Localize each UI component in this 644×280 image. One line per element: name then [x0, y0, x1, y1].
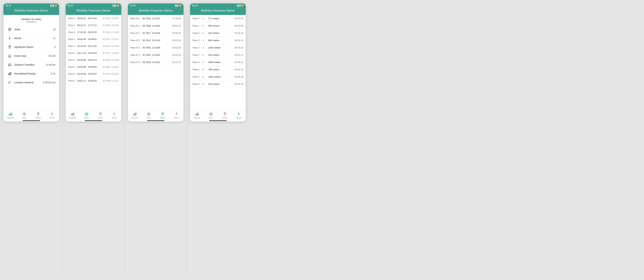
move-route: Place 2 → 4: [192, 54, 208, 56]
tab-places-3[interactable]: Places: [156, 112, 170, 119]
svg-point-12: [38, 113, 38, 114]
move-duration: 00:05:21: [234, 61, 243, 63]
places-value: 5: [54, 46, 56, 48]
stop-coords: 55.7812, 12.5135: [103, 45, 119, 47]
tab-moves-label-3: Moves: [174, 117, 179, 119]
stop-time: 18:28:35 - 18:30:56: [77, 66, 103, 68]
tab-features-3[interactable]: Features: [128, 112, 142, 119]
stop-place: Place 0: [68, 17, 77, 20]
tab-features-2[interactable]: Features: [66, 112, 80, 119]
tab-stops-1[interactable]: Stops: [18, 112, 31, 119]
place-coords: 55.7862, 12.5222: [142, 54, 172, 56]
tab-places-label-2: Places: [98, 117, 103, 119]
stop-time: 09:14:17 - 17:27:11: [77, 24, 103, 26]
svg-point-33: [224, 113, 225, 114]
places-content: Place ID 0 55.7818, 12.5237 11:30:29 Pla…: [128, 15, 184, 111]
svg-rect-23: [136, 113, 136, 115]
svg-rect-30: [198, 113, 198, 115]
move-distance: 444 meters: [208, 54, 234, 56]
list-item: Place 0 → 1 711 meters 00:03:35: [190, 15, 246, 22]
tab-places-label-4: Places: [222, 117, 228, 119]
svg-point-19: [100, 113, 101, 114]
move-duration: 00:05:24: [234, 46, 243, 49]
stop-time: 19:52:17 - 20:00:41: [77, 79, 103, 82]
place-duration: 00:03:28: [172, 46, 181, 49]
stats-date-value[interactable]: 2020/8/11: [26, 20, 37, 23]
stat-places: Significant Places 5: [4, 43, 59, 51]
home-indicator-2: [66, 120, 121, 121]
distance-icon: [7, 63, 12, 67]
tab-stops-2[interactable]: Stops: [80, 112, 94, 119]
tab-stops-3[interactable]: Stops: [142, 112, 156, 119]
list-item: Place 1 09:14:17 - 17:27:11 55.7836, 12.…: [66, 22, 121, 29]
home-bar-4: [209, 120, 226, 121]
stop-place: Place 4: [68, 59, 77, 61]
move-distance: 2006 meters: [208, 61, 234, 63]
distance-label: Distance Travelled: [12, 63, 46, 66]
app-header-2: Mobility Features Demo: [66, 7, 121, 15]
tab-moves-4[interactable]: Moves: [232, 112, 246, 119]
tab-places-4[interactable]: Places: [218, 112, 232, 119]
wifi-icon-4: 📶: [241, 4, 244, 6]
tab-moves-2[interactable]: Moves: [108, 112, 121, 119]
svg-rect-7: [9, 114, 10, 115]
move-route: Place 3 → 2: [192, 46, 208, 49]
tab-places-icon-1: [36, 112, 40, 116]
tab-moves-icon-2: [112, 112, 116, 116]
tab-places-1[interactable]: Places: [31, 112, 45, 119]
stop-place: Place 3: [68, 45, 77, 47]
home-bar-3: [147, 120, 164, 121]
home-indicator-1: [4, 120, 59, 121]
entropy-label: Normalized Entropy: [12, 72, 51, 75]
svg-point-1: [9, 29, 10, 30]
places-icon: [7, 45, 12, 49]
svg-point-25: [148, 114, 149, 115]
move-route: Place 5 → 0: [192, 68, 208, 71]
stats-date: Statistics for today, 2020/8/11: [4, 15, 59, 25]
place-duration: 08:12:53: [172, 24, 181, 27]
home-value: 54.4%: [49, 54, 56, 57]
stop-place: Place 5: [68, 66, 77, 68]
move-duration: 00:01:17: [234, 54, 243, 56]
stop-time: 18:17:15 - 18:18:28: [77, 52, 103, 54]
stop-coords: 55.7818, 12.5237: [103, 73, 119, 75]
tab-stops-icon-4: [209, 112, 213, 116]
tab-places-icon-2: [98, 112, 102, 116]
place-id: Place ID 2: [130, 32, 142, 34]
stop-coords: 55.7817, 12.5217: [103, 38, 119, 40]
moves-icon: [7, 36, 12, 40]
tab-moves-1[interactable]: Moves: [45, 112, 59, 119]
home-icon: [7, 54, 12, 58]
move-duration: 00:02:31: [234, 68, 243, 71]
tab-stops-4[interactable]: Stops: [204, 112, 218, 119]
tab-bar-3: Features Stops Places: [128, 111, 184, 120]
place-duration: 00:01:25: [172, 39, 181, 42]
home-label: Home Stay: [12, 54, 49, 57]
variance-label: Location Variance: [12, 81, 43, 84]
tab-features-4[interactable]: Features: [190, 112, 204, 119]
stat-moves: Moves 11: [4, 34, 59, 43]
tab-moves-3[interactable]: Moves: [170, 112, 184, 119]
stop-time: 18:19:45 - 18:23:14: [77, 59, 103, 61]
svg-rect-21: [134, 114, 134, 115]
tab-stops-icon-2: [85, 112, 88, 116]
home-bar-1: [22, 120, 40, 121]
time-3: 21.17: [130, 4, 136, 7]
stops-value: 12: [53, 28, 56, 31]
stat-home: Home Stay 54.4%: [4, 51, 59, 60]
svg-point-11: [24, 114, 25, 115]
stop-coords: 55.7836, 12.5182: [103, 24, 119, 26]
svg-rect-5: [10, 73, 10, 75]
tab-places-2[interactable]: Places: [94, 112, 108, 119]
list-item: Place ID 6 55.7838, 12.5241 00:11:37: [128, 59, 184, 66]
move-duration: 00:03:35: [234, 17, 243, 20]
move-duration: 00:02:23: [234, 39, 243, 42]
stop-place: Place 0: [68, 73, 77, 75]
stop-coords: 55.7838, 12.5241: [103, 80, 119, 82]
moves-value: 11: [53, 37, 56, 39]
move-distance: 795 meters: [208, 68, 234, 71]
tab-stops-label-1: Stops: [22, 117, 26, 119]
tab-stops-label-2: Stops: [84, 117, 89, 119]
tab-features-1[interactable]: Features: [4, 112, 18, 119]
list-item: Place 2 18:02:40 - 18:08:01 55.7817, 12.…: [66, 36, 121, 43]
